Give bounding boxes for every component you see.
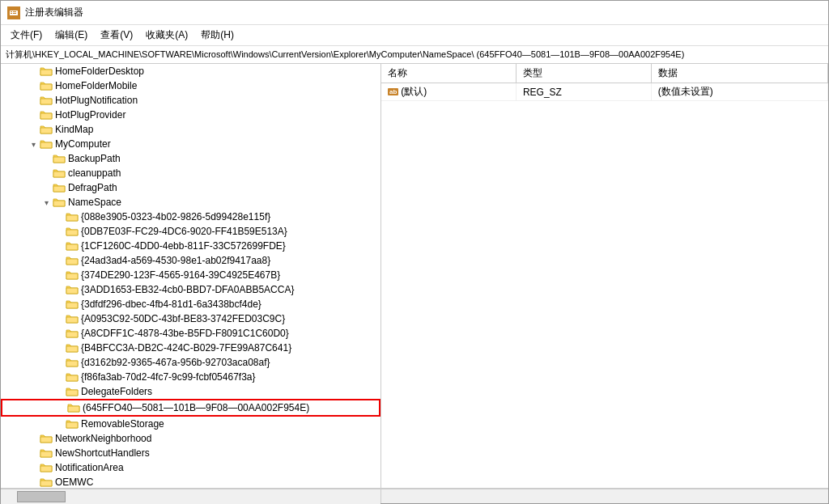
tree-node-selected-guid[interactable]: (645FFO40—5081—101B—9F08—00AA002F954E) <box>1 399 380 417</box>
tree-node-hotplug-notification[interactable]: HotPlugNotification <box>1 93 380 108</box>
tree-node-label: HomeFolderDesktop <box>55 66 144 77</box>
tree-node-removable-storage[interactable]: RemovableStorage <box>1 417 380 431</box>
folder-icon <box>66 283 79 296</box>
tree-node-guid10[interactable]: {B4BFCC3A-DB2C-424C-B029-7FE99A87C641} <box>1 341 380 355</box>
menu-edit[interactable]: 编辑(E) <box>49 27 94 44</box>
tree-node-guid6[interactable]: {3ADD1653-EB32-4cb0-BBD7-DFA0ABB5ACCA} <box>1 282 380 297</box>
right-hscroll[interactable] <box>381 489 828 503</box>
menu-view[interactable]: 查看(V) <box>94 27 139 44</box>
tree-hscroll[interactable] <box>1 489 381 503</box>
window-title: 注册表编辑器 <box>25 6 83 19</box>
menu-favorites[interactable]: 收藏夹(A) <box>139 27 194 44</box>
tree-node-namespace[interactable]: ▾ NameSpace <box>1 195 380 210</box>
tree-node-homefolder-desktop[interactable]: HomeFolderDesktop <box>1 64 380 78</box>
tree-node-hotplug-provider[interactable]: HotPlugProvider <box>1 108 380 122</box>
expand-icon <box>53 385 66 398</box>
tree-node-label: (645FFO40—5081—101B—9F08—00AA002F954E) <box>83 402 309 413</box>
folder-icon <box>66 298 79 311</box>
collapse-icon[interactable]: ▾ <box>40 196 53 209</box>
tree-node-label: {f86fa3ab-70d2-4fc7-9c99-fcbf05467f3a} <box>81 371 256 383</box>
tree-node-mycomputer[interactable]: ▾ MyComputer <box>1 137 380 151</box>
tree-node-guid11[interactable]: {d3162b92-9365-467a-956b-92703aca08af} <box>1 355 380 370</box>
folder-icon <box>67 401 80 414</box>
expand-icon <box>27 123 40 136</box>
expand-icon <box>27 79 40 92</box>
folder-icon <box>66 210 79 223</box>
folder-icon <box>66 254 79 267</box>
tree-node-homefolder-mobile[interactable]: HomeFolderMobile <box>1 78 380 93</box>
collapse-icon[interactable]: ▾ <box>27 138 40 150</box>
tree-node-label: {3ADD1653-EB32-4cb0-BBD7-DFA0ABB5ACCA} <box>81 284 294 295</box>
tree-node-guid9[interactable]: {A8CDFF1C-4878-43be-B5FD-F8091C1C60D0} <box>1 326 380 341</box>
tree-node-defragpath[interactable]: DefragPath <box>1 180 380 195</box>
app-icon <box>7 6 20 19</box>
svg-rect-5 <box>13 13 16 14</box>
tree-node-label: {088e3905-0323-4b02-9826-5d99428e115f} <box>81 211 270 222</box>
tree-node-label: MyComputer <box>55 138 111 150</box>
expand-icon <box>27 65 40 78</box>
tree-node-guid8[interactable]: {A0953C92-50DC-43bf-BE83-3742FED03C9C} <box>1 311 380 326</box>
expand-icon <box>40 152 53 165</box>
expand-icon <box>40 181 53 194</box>
col-name[interactable]: 名称 <box>381 64 516 83</box>
tree-node-label: {B4BFCC3A-DB2C-424C-B029-7FE99A87C641} <box>81 342 291 354</box>
folder-icon <box>66 356 79 369</box>
col-type[interactable]: 类型 <box>516 64 651 83</box>
expand-icon <box>27 108 40 121</box>
expand-icon <box>53 298 66 311</box>
tree-panel[interactable]: HomeFolderDesktop HomeFolderMobile HotPl… <box>1 64 381 488</box>
folder-icon <box>40 461 53 474</box>
tree-node-label: {3dfdf296-dbec-4fb4-81d1-6a3438bcf4de} <box>81 299 261 310</box>
tree-node-guid12[interactable]: {f86fa3ab-70d2-4fc7-9c99-fcbf05467f3a} <box>1 370 380 384</box>
tree-node-label: BackupPath <box>68 153 121 164</box>
tree-node-guid5[interactable]: {374DE290-123F-4565-9164-39C4925E467B} <box>1 268 380 282</box>
folder-icon <box>66 312 79 325</box>
table-row[interactable]: ab (默认) REG_SZ (数值未设置) <box>381 83 828 101</box>
tree-node-guid2[interactable]: {0DB7E03F-FC29-4DC6-9020-FF41B59E513A} <box>1 224 380 239</box>
folder-icon <box>40 79 53 92</box>
tree-node-notification-area[interactable]: NotificationArea <box>1 460 380 475</box>
expand-icon <box>53 254 66 267</box>
expand-icon <box>53 239 66 252</box>
expand-icon <box>27 447 40 460</box>
folder-icon <box>66 385 79 398</box>
col-data[interactable]: 数据 <box>651 64 827 83</box>
folder-icon <box>53 196 66 209</box>
tree-node-label: NetworkNeighborhood <box>55 433 151 444</box>
svg-rect-3 <box>13 11 16 12</box>
expand-icon <box>40 167 53 180</box>
menu-file[interactable]: 文件(F) <box>4 27 49 44</box>
tree-node-guid7[interactable]: {3dfdf296-dbec-4fb4-81d1-6a3438bcf4de} <box>1 297 380 311</box>
menu-help[interactable]: 帮助(H) <box>194 27 240 44</box>
tree-node-label: DefragPath <box>68 182 117 193</box>
expand-icon <box>53 417 66 430</box>
tree-node-network-neighborhood[interactable]: NetworkNeighborhood <box>1 431 380 446</box>
value-name: ab (默认) <box>381 83 516 101</box>
expand-icon <box>53 210 66 223</box>
tree-node-newshortcut-handlers[interactable]: NewShortcutHandlers <box>1 446 380 460</box>
tree-node-kindmap[interactable]: KindMap <box>1 122 380 137</box>
tree-node-guid1[interactable]: {088e3905-0323-4b02-9826-5d99428e115f} <box>1 210 380 224</box>
tree-node-cleanuppath[interactable]: cleanuppath <box>1 166 380 180</box>
expand-icon <box>53 341 66 354</box>
tree-node-label: OEMWC <box>55 476 93 488</box>
folder-icon <box>40 432 53 445</box>
tree-node-guid3[interactable]: {1CF1260C-4DD0-4ebb-811F-33C572699FDE} <box>1 239 380 253</box>
tree-node-label: {A8CDFF1C-4878-43be-B5FD-F8091C1C60D0} <box>81 328 289 339</box>
folder-icon <box>66 269 79 282</box>
folder-icon <box>66 341 79 354</box>
folder-icon <box>66 239 79 252</box>
tree-node-backuppath[interactable]: BackupPath <box>1 151 380 166</box>
value-type: REG_SZ <box>516 83 651 101</box>
tree-node-guid4[interactable]: {24ad3ad4-a569-4530-98e1-ab02f9417aa8} <box>1 253 380 268</box>
folder-icon <box>40 447 53 460</box>
expand-icon <box>53 371 66 383</box>
expand-icon <box>53 312 66 325</box>
tree-node-label: {1CF1260C-4DD0-4ebb-811F-33C572699FDE} <box>81 240 286 252</box>
folder-icon <box>66 417 79 430</box>
tree-node-label: {0DB7E03F-FC29-4DC6-9020-FF41B59E513A} <box>81 226 287 237</box>
tree-node-label: HomeFolderMobile <box>55 80 137 91</box>
tree-node-oemwc[interactable]: OEMWC <box>1 475 380 488</box>
tree-node-delegatefolders[interactable]: DelegateFolders <box>1 384 380 399</box>
svg-rect-2 <box>11 11 12 12</box>
